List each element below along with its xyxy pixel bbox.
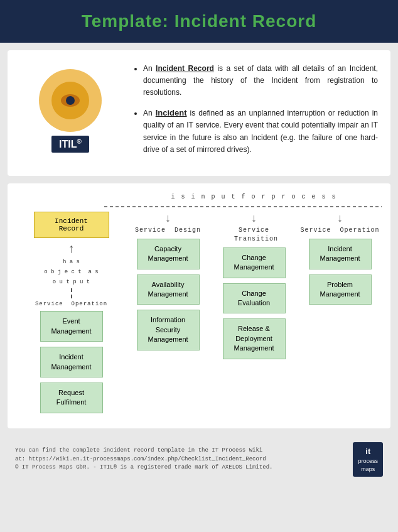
footer-line2: at: https://wiki.en.it-processmaps.com/i… xyxy=(15,455,347,464)
incident-record-term: Incident Record xyxy=(156,64,214,73)
left-column: Incident Record ↑ h a so b j e c t a so … xyxy=(16,212,126,418)
itil-pupil xyxy=(66,96,75,105)
page-title: Template: Incident Record xyxy=(13,11,385,31)
arrow-down-design: ↓ xyxy=(165,212,171,225)
box-infosec[interactable]: InformationSecurityManagement xyxy=(137,310,200,350)
footer-logo: it process maps xyxy=(353,442,383,477)
left-box-event[interactable]: EventManagement xyxy=(40,311,103,342)
box-release[interactable]: Release &DeploymentManagement xyxy=(223,318,286,359)
itil-logo-inner xyxy=(51,82,89,119)
info-section: ITIL® An Incident Record is a set of dat… xyxy=(8,50,390,176)
logo-area: ITIL® xyxy=(20,63,121,159)
service-design-header: Service Design xyxy=(135,226,201,235)
left-box-request[interactable]: RequestFulfilment xyxy=(40,383,103,413)
has-object-label: h a so b j e c t a so u t p u t xyxy=(44,257,98,288)
incident-record-box[interactable]: Incident Record xyxy=(34,212,109,238)
arrow-down-transition: ↓ xyxy=(251,212,257,225)
service-transition-header: Service Transition xyxy=(212,226,296,244)
left-service-op-label: Service Operation xyxy=(35,301,107,307)
left-box-incident[interactable]: IncidentManagement xyxy=(40,347,103,377)
footer-logo-process: process xyxy=(358,457,378,465)
bullet-1: An Incident Record is a set of data with… xyxy=(143,63,378,99)
box-availability[interactable]: AvailabilityManagement xyxy=(137,274,200,305)
box-change-mgmt[interactable]: ChangeManagement xyxy=(223,247,286,278)
title-prefix: Template: xyxy=(82,11,175,31)
itil-badge: ITIL® xyxy=(51,136,89,153)
column-service-design: ↓ Service Design CapacityManagement Avai… xyxy=(126,212,210,364)
service-operation-header: Service Operation xyxy=(300,226,379,235)
footer-logo-maps: maps xyxy=(358,465,378,474)
arrow-up-icon: ↑ xyxy=(68,241,75,256)
info-text-area: An Incident Record is a set of data with… xyxy=(133,63,378,163)
column-service-operation: ↓ Service Operation IncidentManagement P… xyxy=(298,212,382,364)
box-change-eval[interactable]: ChangeEvaluation xyxy=(223,283,286,314)
box-problem[interactable]: ProblemManagement xyxy=(309,274,372,305)
arrow-down-operation: ↓ xyxy=(337,212,343,225)
columns-row: Incident Record ↑ h a so b j e c t a so … xyxy=(16,212,382,418)
page-header: Template: Incident Record xyxy=(0,0,398,43)
is-input-label: i s i n p u t f o r p r o c e s s xyxy=(126,193,382,200)
incident-term: Incident xyxy=(156,108,187,117)
bullet-2: An Incident is defined as an unplanned i… xyxy=(143,107,378,156)
footer: You can find the complete incident recor… xyxy=(8,436,390,483)
footer-line3: © IT Process Maps GbR. - ITIL® is a regi… xyxy=(15,464,347,472)
dashed-vertical xyxy=(71,288,72,298)
dashed-line-svg xyxy=(104,200,382,213)
column-service-transition: ↓ Service Transition ChangeManagement Ch… xyxy=(212,212,296,364)
itil-eye xyxy=(61,94,80,107)
right-columns: ↓ Service Design CapacityManagement Avai… xyxy=(126,212,382,364)
box-incident-op[interactable]: IncidentManagement xyxy=(309,239,372,269)
footer-text: You can find the complete incident recor… xyxy=(15,447,347,472)
diagram-wrapper: i s i n p u t f o r p r o c e s s Incide… xyxy=(14,193,384,418)
itil-logo-outer xyxy=(39,69,102,132)
title-main: Incident Record xyxy=(175,11,317,31)
footer-line1: You can find the complete incident recor… xyxy=(15,447,347,455)
box-capacity[interactable]: CapacityManagement xyxy=(137,239,200,269)
diagram-section: i s i n p u t f o r p r o c e s s Incide… xyxy=(8,183,390,428)
footer-logo-it: it xyxy=(358,446,378,457)
